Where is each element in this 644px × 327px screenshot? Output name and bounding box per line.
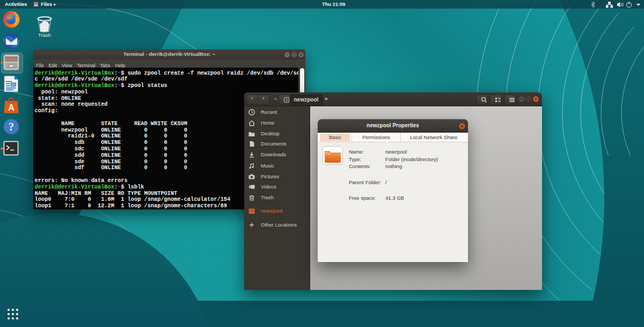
svg-text:?: ?	[9, 121, 14, 133]
svg-text:A: A	[8, 103, 14, 112]
